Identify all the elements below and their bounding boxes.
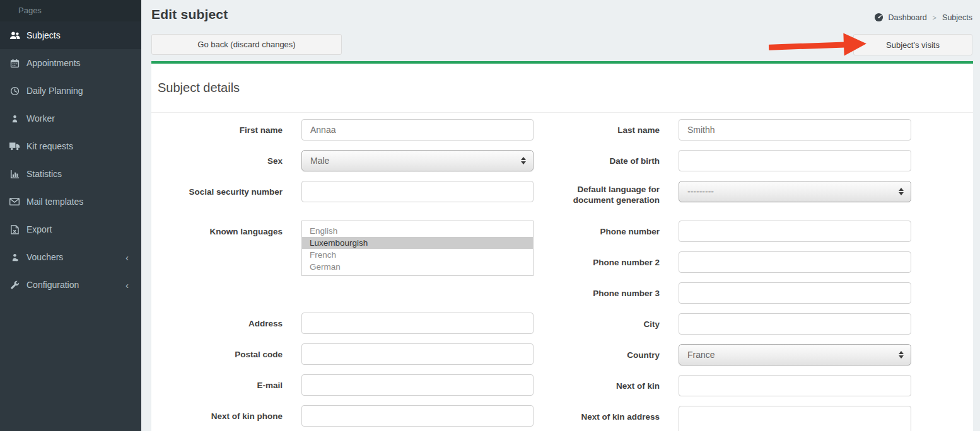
sidebar-item-worker[interactable]: Worker — [0, 105, 141, 132]
country-select[interactable]: France — [679, 344, 911, 365]
ssn-label: Social security number — [158, 181, 301, 198]
sidebar-item-label: Mail templates — [26, 197, 83, 207]
date-of-birth-input[interactable] — [679, 150, 911, 171]
language-option[interactable]: German — [302, 261, 533, 273]
dashboard-icon — [874, 13, 884, 22]
ssn-input[interactable] — [301, 181, 534, 202]
card-title: Subject details — [158, 80, 967, 95]
sidebar-item-label: Configuration — [26, 280, 79, 290]
form-group-phone-number: Phone number — [562, 221, 969, 242]
go-back-button[interactable]: Go back (discard changes) — [151, 34, 342, 55]
form-group-known-languages: Known languages English Luxembourgish Fr… — [158, 221, 562, 303]
language-option-selected[interactable]: Luxembourgish — [302, 237, 533, 249]
breadcrumb-link-dashboard[interactable]: Dashboard — [888, 13, 926, 22]
country-label: Country — [562, 344, 679, 361]
city-input[interactable] — [679, 313, 911, 335]
select-arrows-icon — [899, 188, 904, 195]
sidebar-item-statistics[interactable]: Statistics — [0, 160, 141, 188]
next-of-kin-label: Next of kin — [562, 375, 679, 392]
postal-code-label: Postal code — [158, 343, 301, 360]
person-icon — [8, 251, 21, 263]
last-name-label: Last name — [562, 119, 679, 136]
sidebar-item-export[interactable]: Export — [0, 216, 141, 243]
form-group-date-of-birth: Date of birth — [562, 150, 969, 171]
chevron-left-icon: ‹ — [125, 280, 129, 290]
chevron-left-icon: ‹ — [125, 253, 129, 262]
default-language-label: Default language for document generation — [562, 181, 679, 206]
sidebar-item-vouchers[interactable]: Vouchers ‹ — [0, 243, 141, 271]
sex-select[interactable]: Male — [301, 150, 534, 171]
sidebar-item-appointments[interactable]: Appointments — [0, 49, 141, 77]
form-group-next-of-kin-phone: Next of kin phone — [158, 405, 562, 427]
breadcrumb-separator: > — [933, 14, 936, 21]
language-option[interactable]: French — [302, 249, 533, 261]
sidebar-item-label: Kit requests — [26, 141, 73, 151]
address-label: Address — [158, 313, 301, 330]
form-group-city: City — [562, 313, 969, 335]
phone-number-3-input[interactable] — [679, 282, 911, 304]
next-of-kin-input[interactable] — [679, 375, 911, 396]
sidebar-section-header: Pages — [0, 0, 141, 21]
sidebar-item-kit-requests[interactable]: Kit requests — [0, 132, 141, 160]
form-group-next-of-kin: Next of kin — [562, 375, 969, 396]
sidebar-item-label: Appointments — [26, 58, 81, 68]
subject-visits-button[interactable]: Subject's visits — [853, 34, 972, 55]
next-of-kin-address-label: Next of kin address — [562, 406, 679, 423]
sidebar-item-label: Vouchers — [26, 252, 63, 262]
language-option[interactable]: English — [302, 225, 533, 237]
select-arrows-icon — [521, 157, 526, 164]
date-of-birth-label: Date of birth — [562, 150, 679, 167]
card-header: Subject details — [151, 64, 973, 113]
postal-code-input[interactable] — [301, 343, 534, 365]
envelope-icon — [8, 196, 21, 207]
calendar-icon — [8, 57, 21, 69]
wrench-icon — [8, 279, 21, 290]
clock-icon — [8, 85, 21, 96]
sidebar-item-mail-templates[interactable]: Mail templates — [0, 188, 141, 216]
sidebar-item-label: Export — [26, 224, 52, 234]
form-group-ssn: Social security number — [158, 181, 562, 211]
next-of-kin-address-textarea[interactable] — [679, 406, 911, 431]
breadcrumb-link-subjects[interactable]: Subjects — [942, 13, 972, 22]
form-group-default-language: Default language for document generation… — [562, 181, 969, 211]
sidebar-item-subjects[interactable]: Subjects — [0, 21, 141, 49]
sidebar-item-label: Daily Planning — [26, 86, 83, 96]
breadcrumb: Dashboard > Subjects — [874, 13, 972, 22]
default-language-select[interactable]: --------- — [679, 181, 911, 202]
next-of-kin-phone-input[interactable] — [301, 405, 534, 427]
file-export-icon — [8, 224, 21, 235]
last-name-input[interactable] — [679, 119, 911, 141]
address-input[interactable] — [301, 313, 534, 334]
city-label: City — [562, 313, 679, 330]
sex-label: Sex — [158, 150, 301, 167]
email-label: E-mail — [158, 374, 301, 391]
form-group-sex: Sex Male — [158, 150, 562, 171]
phone-number-label: Phone number — [562, 221, 679, 238]
sidebar-item-configuration[interactable]: Configuration ‹ — [0, 271, 141, 299]
sidebar-item-label: Statistics — [26, 169, 62, 179]
main-content: Edit subject Dashboard > Subjects Go bac… — [141, 0, 980, 431]
phone-number-2-label: Phone number 2 — [562, 251, 679, 268]
form-column-right: Last name Date of birth Default language… — [562, 119, 969, 431]
form-column-left: First name Sex Male Social security numb… — [158, 119, 562, 431]
form-group-first-name: First name — [158, 119, 562, 141]
country-select-value: France — [687, 350, 899, 360]
form-group-next-of-kin-address: Next of kin address — [562, 406, 969, 431]
form-group-address: Address — [158, 313, 562, 334]
email-input[interactable] — [301, 374, 534, 396]
first-name-input[interactable] — [301, 119, 534, 141]
page-title: Edit subject — [151, 7, 228, 22]
sex-select-value: Male — [310, 156, 521, 166]
sidebar-item-daily-planning[interactable]: Daily Planning — [0, 77, 141, 105]
sidebar: Pages Subjects Appointments Daily Planni… — [0, 0, 141, 431]
form-group-email: E-mail — [158, 374, 562, 396]
default-language-select-value: --------- — [687, 187, 899, 197]
select-arrows-icon — [899, 351, 904, 359]
known-languages-listbox[interactable]: English Luxembourgish French German — [301, 221, 534, 276]
sidebar-item-label: Worker — [26, 113, 55, 124]
phone-number-2-input[interactable] — [679, 251, 911, 273]
subject-details-card: Subject details First name Sex Male — [151, 61, 973, 431]
worker-icon — [8, 113, 21, 124]
phone-number-input[interactable] — [679, 221, 911, 242]
bar-chart-icon — [8, 168, 21, 180]
